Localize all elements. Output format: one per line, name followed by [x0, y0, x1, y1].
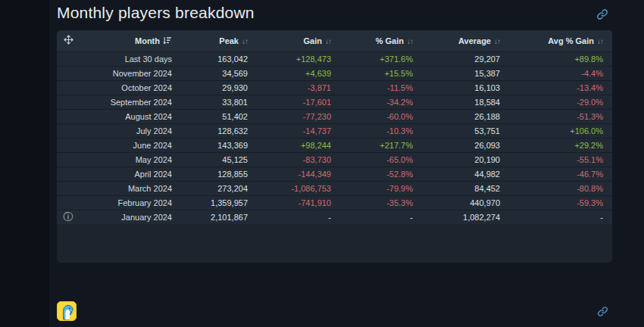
- players-table-panel: Month Peak↓↑ Gain↓↑ % Gai: [57, 30, 612, 263]
- gain-cell: +128,473: [249, 51, 333, 66]
- average-cell: 440,970: [414, 195, 502, 210]
- avg-pct-gain-cell: -51.3%: [502, 109, 612, 123]
- peak-cell: 33,801: [174, 95, 249, 109]
- table-row: March 2024273,204-1,086,753-79.9%84,452-…: [57, 181, 612, 195]
- row-info-cell: [57, 138, 81, 152]
- peak-cell: 273,204: [174, 181, 249, 195]
- month-cell: July 2024: [81, 123, 174, 138]
- column-label: Average: [458, 36, 491, 45]
- column-header-pct-gain[interactable]: % Gain↓↑: [333, 30, 414, 51]
- sort-arrows-icon: ↓↑: [494, 37, 500, 45]
- avg-pct-gain-cell: -46.7%: [502, 167, 612, 181]
- row-info-cell: [57, 66, 81, 80]
- column-header-gain[interactable]: Gain↓↑: [249, 30, 333, 51]
- avg-pct-gain-cell: -4.4%: [502, 66, 612, 80]
- row-info-cell: [57, 123, 81, 138]
- gain-cell: -83,730: [249, 152, 333, 167]
- table-header-row: Month Peak↓↑ Gain↓↑ % Gai: [57, 30, 612, 51]
- gain-cell: -14,737: [249, 123, 333, 138]
- gain-cell: -3,871: [249, 80, 333, 95]
- table-row: July 2024128,632-14,737-10.3%53,751+106.…: [57, 123, 612, 138]
- average-cell: 15,387: [414, 66, 502, 80]
- pct-gain-cell: -34.2%: [333, 95, 414, 109]
- column-header-avg-pct-gain[interactable]: Avg % Gain↓↑: [502, 30, 612, 51]
- average-cell: 1,082,274: [414, 210, 502, 224]
- gain-cell: -144,349: [249, 167, 333, 181]
- month-cell: November 2024: [81, 66, 174, 80]
- pct-gain-cell: -79.9%: [333, 181, 414, 195]
- avg-pct-gain-cell: +106.0%: [502, 123, 612, 138]
- average-cell: 26,093: [414, 138, 502, 152]
- sort-arrows-icon: ↓↑: [325, 37, 331, 45]
- peak-cell: 1,359,957: [174, 195, 249, 210]
- column-header-month[interactable]: Month: [81, 30, 174, 51]
- avg-pct-gain-cell: +29.2%: [502, 138, 612, 152]
- row-info-cell: [57, 51, 81, 66]
- avg-pct-gain-cell: +89.8%: [502, 51, 612, 66]
- avg-pct-gain-cell: -13.4%: [502, 80, 612, 95]
- column-label: Peak: [219, 36, 239, 45]
- row-info-cell: [57, 181, 81, 195]
- peak-cell: 163,042: [174, 51, 249, 66]
- average-cell: 26,188: [414, 109, 502, 123]
- link-icon[interactable]: [597, 306, 609, 318]
- avg-pct-gain-cell: -55.1%: [502, 152, 612, 167]
- sort-arrows-icon: ↓↑: [597, 37, 603, 45]
- month-cell: October 2024: [81, 80, 174, 95]
- table-row: ⓘJanuary 20242,101,867--1,082,274-: [57, 210, 612, 224]
- table-row: August 202451,402-77,230-60.0%26,188-51.…: [57, 109, 612, 123]
- peak-cell: 29,930: [174, 80, 249, 95]
- average-cell: 16,103: [414, 80, 502, 95]
- gain-cell: -1,086,753: [249, 181, 333, 195]
- link-icon[interactable]: [596, 8, 608, 20]
- row-info-cell: ⓘ: [57, 210, 81, 224]
- table-row: April 2024128,855-144,349-52.8%44,982-46…: [57, 167, 612, 181]
- table-row: May 202445,125-83,730-65.0%20,190-55.1%: [57, 152, 612, 167]
- peak-cell: 45,125: [174, 152, 249, 167]
- pct-gain-cell: +371.6%: [333, 51, 414, 66]
- column-label: % Gain: [376, 36, 404, 45]
- avg-pct-gain-cell: -29.0%: [502, 95, 612, 109]
- avg-pct-gain-cell: -59.3%: [502, 195, 612, 210]
- month-cell: May 2024: [81, 152, 174, 167]
- dino-belly: [65, 310, 70, 319]
- pct-gain-cell: -35.3%: [333, 195, 414, 210]
- row-info-cell: [57, 80, 81, 95]
- average-cell: 53,751: [414, 123, 502, 138]
- month-cell: Last 30 days: [81, 51, 174, 66]
- sort-descending-icon: [163, 36, 172, 45]
- row-info-cell: [57, 195, 81, 210]
- gain-cell: +4,639: [249, 66, 333, 80]
- info-icon[interactable]: ⓘ: [64, 211, 73, 223]
- peak-cell: 128,855: [174, 167, 249, 181]
- month-cell: June 2024: [81, 138, 174, 152]
- month-cell: April 2024: [81, 167, 174, 181]
- avg-pct-gain-cell: -80.8%: [502, 181, 612, 195]
- app-avatar[interactable]: [57, 301, 77, 321]
- month-cell: August 2024: [81, 109, 174, 123]
- month-cell: September 2024: [81, 95, 174, 109]
- peak-cell: 2,101,867: [174, 210, 249, 224]
- column-header-drag-handle[interactable]: [57, 30, 81, 51]
- row-info-cell: [57, 95, 81, 109]
- sort-arrows-icon: ↓↑: [407, 37, 413, 45]
- table-row: September 202433,801-17,601-34.2%18,584-…: [57, 95, 612, 109]
- gain-cell: +98,244: [249, 138, 333, 152]
- column-label: Gain: [304, 36, 322, 45]
- column-header-peak[interactable]: Peak↓↑: [174, 30, 249, 51]
- month-cell: March 2024: [81, 181, 174, 195]
- gain-cell: -77,230: [249, 109, 333, 123]
- month-cell: January 2024: [81, 210, 174, 224]
- table-row: October 202429,930-3,871-11.5%16,103-13.…: [57, 80, 612, 95]
- page-content: Monthly players breakdown: [49, 0, 644, 327]
- gain-cell: -17,601: [249, 95, 333, 109]
- column-header-average[interactable]: Average↓↑: [414, 30, 502, 51]
- table-body: Last 30 days163,042+128,473+371.6%29,207…: [57, 51, 612, 224]
- average-cell: 29,207: [414, 51, 502, 66]
- monthly-players-table: Month Peak↓↑ Gain↓↑ % Gai: [57, 30, 612, 224]
- row-info-cell: [57, 152, 81, 167]
- pct-gain-cell: +15.5%: [333, 66, 414, 80]
- pct-gain-cell: -: [333, 210, 414, 224]
- average-cell: 84,452: [414, 181, 502, 195]
- gain-cell: -: [249, 210, 333, 224]
